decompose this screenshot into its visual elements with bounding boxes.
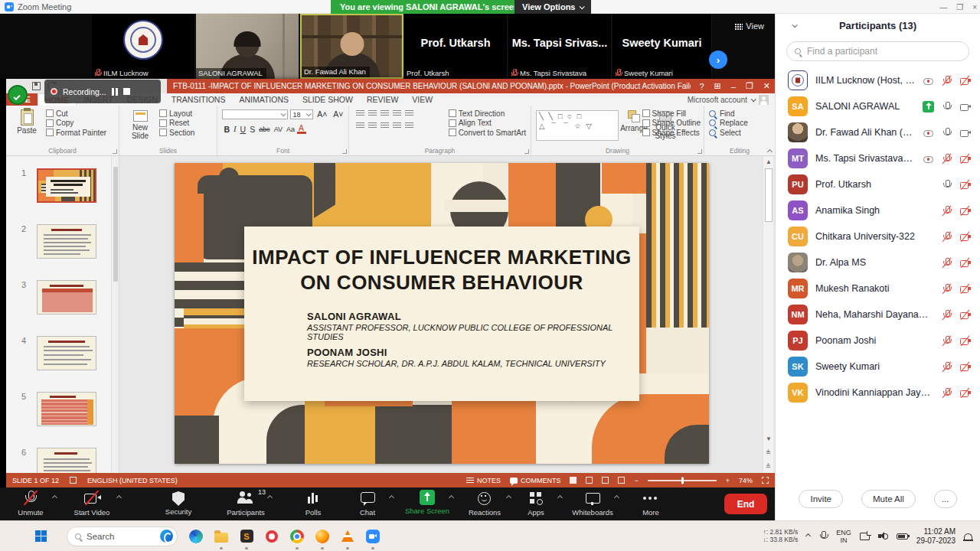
mic-icon[interactable] [941,127,952,139]
shrink-font-button[interactable]: A˅ [332,109,345,119]
ppt-restore-button[interactable]: ❐ [746,81,753,91]
participant-row[interactable]: NM Neha, Maharshi Dayanand Univers... [776,302,980,328]
participant-row[interactable]: PJ Poonam Joshi [776,328,980,354]
reset-button[interactable]: Reset [159,119,214,127]
participant-row[interactable]: VK Vinodini Kanniappan Jayachandran [776,380,980,406]
participant-row[interactable]: Dr. Fawad Ali Khan (Co-host) [776,119,980,145]
apps-button[interactable]: Apps [505,490,567,517]
font-name-combo[interactable] [222,109,288,119]
participant-row[interactable]: SA SALONI AGRAWAL [776,93,980,119]
language-switcher[interactable]: ENG IN [836,529,851,544]
pause-recording-button[interactable] [112,88,118,96]
start-button[interactable] [35,530,47,542]
whiteboards-button[interactable]: Whiteboards [562,490,623,517]
align-text-button[interactable]: Align Text [449,119,526,127]
slide-thumbnail-2[interactable]: 2 [37,224,98,259]
align-right-icon[interactable] [381,122,389,129]
video-tile-saloni-agrawal[interactable]: SALONI AGRAWAL [196,14,299,79]
tab-review[interactable]: REVIEW [360,93,405,106]
chat-button[interactable]: Chat [337,490,398,517]
mic-muted-icon[interactable] [941,335,952,347]
zoom-out-button[interactable]: − [634,477,638,484]
collapse-panel-icon[interactable] [792,22,798,28]
next-slide-icon[interactable]: ≙ [766,463,771,470]
align-left-icon[interactable] [356,122,364,129]
scrollbar-thumb[interactable] [765,168,773,222]
zoom-percentage[interactable]: 74% [739,477,753,484]
tab-slide-show[interactable]: SLIDE SHOW [296,93,360,106]
taskbar-item-sublime[interactable]: S [239,529,254,544]
chat-options-chevron[interactable] [389,495,394,500]
mic-muted-icon[interactable] [941,231,952,243]
italic-button[interactable]: I [232,125,239,133]
shape-outline-button[interactable]: Shape Outline [642,119,701,127]
zoom-in-button[interactable]: + [726,477,730,484]
participant-row[interactable]: PU Prof. Utkarsh [776,171,980,197]
zoom-slider[interactable] [648,480,717,481]
taskbar-item-firefox[interactable] [315,529,330,544]
normal-view-button[interactable] [570,477,577,484]
mic-icon[interactable] [941,179,952,191]
accessibility-icon[interactable] [70,477,77,484]
tab-animations[interactable]: ANIMATIONS [232,93,296,106]
slide-thumbnail-1[interactable]: 1 [37,168,98,203]
find-button[interactable]: Find [709,109,772,118]
video-off-icon[interactable] [959,309,971,321]
slideshow-view-button[interactable] [618,477,625,484]
tab-transitions[interactable]: TRANSITIONS [165,93,233,106]
unmute-button[interactable]: Unmute [0,490,61,517]
mic-muted-icon[interactable] [941,257,952,269]
mic-icon[interactable] [941,101,952,112]
align-center-icon[interactable] [368,122,377,129]
layout-button[interactable]: Layout [159,109,214,118]
whiteboards-options-chevron[interactable] [614,495,619,500]
slide-thumbnail-3[interactable]: 3 [37,280,98,315]
video-tile-iilm-lucknow[interactable]: IILM Lucknow [92,14,195,79]
participant-search[interactable] [786,41,969,61]
taskbar-item-edge[interactable] [188,529,204,544]
microsoft-account[interactable]: Microsoft account [688,93,769,106]
battery-icon[interactable] [897,533,908,540]
shape-fill-button[interactable]: Shape Fill [642,109,701,118]
participant-row[interactable]: IILM Lucknow (Host, me) [776,67,980,93]
video-off-icon[interactable] [959,335,971,347]
bullets-icon[interactable] [356,110,364,117]
participants-options-chevron[interactable] [267,495,273,500]
participant-row[interactable]: SK Sweety Kumari [776,354,980,380]
font-size-combo[interactable]: 18 [290,109,313,119]
participant-row[interactable]: MR Mukesh Ranakoti [776,276,980,302]
taskbar-item-vlc[interactable] [340,529,355,544]
numbering-icon[interactable] [368,110,377,117]
invite-button[interactable]: Invite [799,490,843,508]
audio-options-chevron[interactable] [52,495,57,500]
video-on-icon[interactable] [959,127,971,139]
mic-muted-icon[interactable] [941,387,952,399]
slide-thumbnail-panel[interactable]: 1 2 [6,156,119,473]
format-painter-button[interactable]: Format Painter [46,129,116,137]
video-tile-sweety-kumari[interactable]: Sweety Kumari Sweety Kumari [612,14,712,79]
language-indicator[interactable]: ENGLISH (UNITED STATES) [87,477,178,484]
columns-icon[interactable] [405,122,413,129]
comments-button[interactable]: COMMENTS [510,477,561,484]
mic-muted-icon[interactable] [941,75,952,86]
new-slide-button[interactable]: New Slide [124,108,156,140]
scroll-down-icon[interactable]: ▼ [766,435,772,442]
stop-recording-button[interactable] [123,88,130,95]
help-button[interactable]: ? [699,82,704,91]
ppt-minimize-button[interactable]: – [731,82,736,91]
mic-muted-icon[interactable] [941,153,952,165]
slide-thumbnail-6[interactable]: 6 [37,448,98,473]
taskbar-item-opera[interactable] [264,529,279,544]
mic-muted-icon[interactable] [941,205,952,217]
view-options-button[interactable]: View Options [514,0,591,14]
slide-scrollbar[interactable]: ▲ ▼ ≜ ≙ [763,156,773,473]
slide-thumbnail-4[interactable]: 4 [37,336,98,370]
share-options-chevron[interactable] [449,495,454,500]
end-meeting-button[interactable]: End [724,494,767,514]
video-off-icon[interactable] [959,257,971,269]
mic-muted-icon[interactable] [941,283,952,295]
mic-muted-icon[interactable] [941,361,952,373]
cut-button[interactable]: Cut [46,109,116,118]
character-spacing-button[interactable]: AV [272,126,284,133]
taskbar-item-file-explorer[interactable] [214,529,229,544]
